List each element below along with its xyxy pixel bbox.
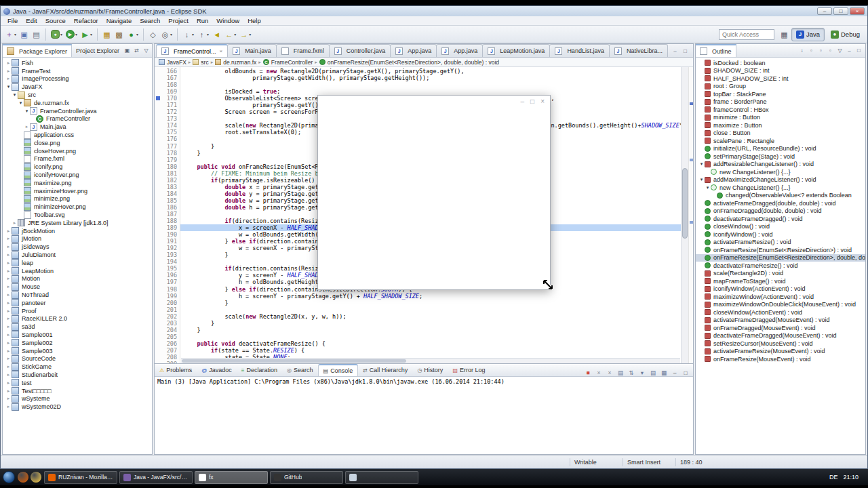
outline-item-framecontrol-hbox[interactable]: frameControl : HBox (696, 106, 865, 114)
collapsed-arrow-icon[interactable]: ▸ (5, 308, 12, 314)
outline-item-half-shadow-size-int[interactable]: HALF_SHADOW_SIZE : int (696, 75, 865, 83)
run-icon[interactable]: ▶▾ (64, 28, 79, 41)
clock[interactable]: 21:10 (843, 474, 859, 481)
outline-item-deactivateframeresize-void[interactable]: deactivateFrameResize() : void (696, 262, 865, 270)
menu-refactor[interactable]: Refactor (70, 16, 102, 25)
hide-static-icon[interactable]: ▫ (817, 47, 825, 54)
tree-item-proof[interactable]: ▸Proof (3, 307, 152, 315)
tree-item-framecontroller-java[interactable]: ▾JFrameController.java (3, 107, 152, 115)
language-indicator[interactable]: DE (829, 474, 838, 481)
outline-item-iconifywindow-void[interactable]: iconifyWindow() : void (696, 230, 865, 239)
outline-item-maximize-button[interactable]: maximize : Button (696, 121, 865, 129)
collapsed-arrow-icon[interactable]: ▸ (12, 220, 18, 226)
outline-item-isdocked-boolean[interactable]: isDocked : boolean (696, 59, 865, 67)
collapsed-arrow-icon[interactable]: ▸ (5, 324, 12, 329)
outline-item-scalepane-rectangle[interactable]: scalePane : Rectangle (696, 137, 865, 145)
outline-item-new-changelistener[interactable]: ▾new ChangeListener() {...} (696, 184, 865, 192)
javafx-app-window[interactable]: – □ × (317, 95, 551, 290)
console-tab-problems[interactable]: ⚠Problems (155, 364, 197, 376)
sort-icon[interactable]: ↓ (798, 47, 806, 54)
editor-vertical-scrollbar[interactable] (681, 67, 688, 363)
editor-tab-handlist-java[interactable]: JHandList.java (549, 44, 610, 57)
outline-item-setprimarystage-stage-void[interactable]: setPrimaryStage(Stage) : void (696, 152, 865, 161)
tree-item-leapmotion[interactable]: ▸LeapMotion (3, 267, 152, 275)
tree-item-closehover-png[interactable]: closeHover.png (3, 147, 152, 155)
editor-tab-controller-java[interactable]: JController.java (329, 44, 391, 57)
tree-item-mouse[interactable]: ▸Mouse (3, 283, 152, 291)
collapsed-arrow-icon[interactable]: ▸ (5, 236, 12, 241)
code-line[interactable]: primaryStage.getWidth(), primaryStage.ge… (180, 75, 681, 81)
print-icon[interactable]: ▤ (31, 28, 42, 41)
tree-item-fish[interactable]: ▸Fish (3, 59, 152, 67)
tree-item-application-css[interactable]: application.css (3, 131, 152, 139)
tree-item-frame-fxml[interactable]: Frame.fxml (3, 155, 152, 163)
tree-item-motion[interactable]: ▸Motion (3, 275, 152, 283)
collapsed-arrow-icon[interactable]: ▸ (5, 396, 12, 401)
app-minimize-button[interactable]: – (521, 98, 525, 106)
outline-item-closewindow-void[interactable]: closeWindow() : void (696, 223, 865, 231)
tree-item-iconifyhover-png[interactable]: iconifyHover.png (3, 171, 152, 179)
tree-item-wsysteme02d[interactable]: ▸wSysteme02D (3, 403, 152, 411)
collapsed-arrow-icon[interactable]: ▸ (5, 300, 12, 306)
tree-item-framecontroller[interactable]: CFrameController (3, 115, 152, 123)
tree-item-sourcecode[interactable]: ▸SourceCode (3, 354, 152, 363)
overview-mark[interactable] (690, 159, 693, 161)
tree-item-racekiller-2-0[interactable]: ▸RaceKILLER 2.0 (3, 315, 152, 323)
scrollbar-thumb[interactable] (182, 359, 406, 363)
console-tab-console[interactable]: ▤Console (318, 364, 359, 376)
code-line[interactable] (180, 81, 681, 88)
hide-non-public-icon[interactable]: ▫ (827, 47, 834, 54)
open-console-icon[interactable]: ▦ (660, 369, 668, 376)
new-class-icon[interactable]: ●▾ (125, 28, 140, 41)
collapsed-arrow-icon[interactable]: ▸ (5, 60, 12, 66)
collapsed-arrow-icon[interactable]: ▸ (5, 364, 12, 369)
tree-item-juludiamont[interactable]: ▸JuluDiamont (3, 251, 152, 259)
collapse-all-icon[interactable]: ▣ (123, 47, 131, 54)
breadcrumb-item-onframeresize-enumset-re[interactable]: onFrameResize(EnumSet<ResizeDirection>, … (319, 59, 499, 66)
search-icon[interactable]: ◎▾ (159, 28, 174, 41)
collapsed-arrow-icon[interactable]: ▸ (5, 388, 12, 394)
breadcrumb[interactable]: JavaFX▸src▸de.ruzman.fx▸CFrameController… (155, 58, 693, 67)
new-wizard-icon[interactable]: +▾ (3, 28, 18, 41)
open-perspective-icon[interactable]: ▦ (778, 28, 790, 41)
minimize-editor-icon[interactable]: – (671, 48, 679, 54)
maximize-view-icon[interactable]: □ (682, 369, 690, 376)
tree-item-leap[interactable]: ▸leap (3, 259, 152, 267)
editor-tab-main-java[interactable]: JMain.java (227, 44, 277, 57)
start-button[interactable] (3, 471, 15, 483)
tree-item-imageprocessing[interactable]: ▸ImageProcessing (3, 75, 152, 83)
expanded-arrow-icon[interactable]: ▾ (698, 177, 705, 182)
tree-item-close-png[interactable]: close.png (3, 139, 152, 147)
code-line[interactable]: if(state == State.RESIZE) { (180, 347, 681, 354)
tree-item-panoteer[interactable]: ▸panoteer (3, 299, 152, 307)
tree-item-sa3d[interactable]: ▸sa3d (3, 323, 152, 331)
code-line[interactable]: } (180, 300, 681, 306)
collapsed-arrow-icon[interactable]: ▸ (5, 268, 12, 274)
tree-item-jbockmotion[interactable]: ▸jBockMotion (3, 227, 152, 235)
collapsed-arrow-icon[interactable]: ▸ (5, 76, 12, 81)
tree-item-wsysteme[interactable]: ▸wSysteme (3, 394, 152, 403)
clear-console-icon[interactable]: ▤ (616, 369, 625, 376)
app-maximize-button[interactable]: □ (530, 98, 534, 106)
outline-item-onframeresize-enumset-resize[interactable]: onFrameResize(EnumSet<ResizeDirection>, … (696, 254, 865, 262)
outline-item-closewindow-actionevent-void[interactable]: closeWindow(ActionEvent) : void (696, 308, 865, 317)
overview-ruler[interactable] (688, 67, 693, 363)
menu-window[interactable]: Window (212, 16, 243, 25)
code-line[interactable]: h = screenY - primaryStage.getY() + HALF… (180, 293, 681, 300)
menu-source[interactable]: Source (41, 16, 70, 25)
code-line[interactable]: } (180, 327, 681, 333)
tree-item-src[interactable]: ▾src (3, 91, 152, 99)
outline-item-minimize-button[interactable]: minimize : Button (696, 114, 865, 122)
console-tab-declaration[interactable]: ≡Declaration (237, 364, 282, 376)
outline-item-maximizewindow-actionevent-v[interactable]: maximizeWindow(ActionEvent) : void (696, 293, 865, 301)
code-line[interactable]: public void deactivateFrameResize() { (180, 340, 681, 347)
code-line[interactable] (180, 306, 681, 313)
collapsed-arrow-icon[interactable]: ▸ (5, 380, 12, 386)
outline-item-addmaximizedchangelistener-v[interactable]: ▾addMaximizedChangeListener() : void (696, 176, 865, 184)
firefox-icon[interactable] (18, 472, 28, 483)
tree-item-de-ruzman-fx[interactable]: ▾de.ruzman.fx (3, 99, 152, 107)
collapsed-arrow-icon[interactable]: ▸ (5, 372, 12, 378)
minimize-view-icon[interactable]: – (152, 47, 153, 54)
forward-icon[interactable]: →▾ (238, 28, 252, 41)
expanded-arrow-icon[interactable]: ▾ (18, 100, 24, 106)
